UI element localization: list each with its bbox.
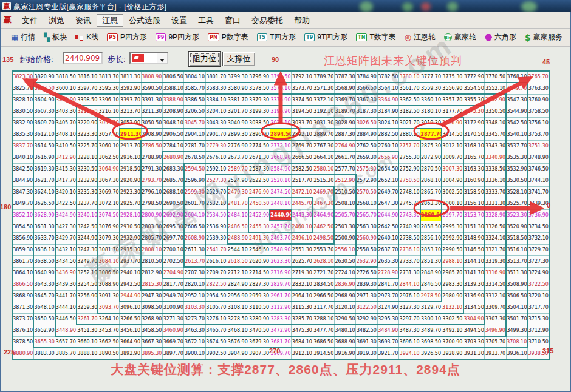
matrix-cell: 2829.70 xyxy=(270,279,291,290)
key-levels-caption: 大盘关键位测算：支撑2877、2860点、压力2911、2894点 xyxy=(0,361,571,378)
matrix-cell: 3650.50 xyxy=(33,313,55,325)
matrix-cell: 3496.90 xyxy=(485,325,506,336)
ps-badge-icon: PS xyxy=(107,33,118,41)
matrix-cell: 2716.90 xyxy=(270,267,291,279)
matrix-cell: 3376.90 xyxy=(270,94,291,106)
titlebar: 赢 赢家江恩专业版[赢家服务平台] - [价格正方形] xyxy=(0,0,571,12)
matrix-cell: 3021.70 xyxy=(398,117,420,129)
toolbar-button-sectors[interactable]: ▚板块 xyxy=(39,30,71,45)
matrix-cell: 3264.10 xyxy=(98,313,119,325)
matrix-cell: 2776.90 xyxy=(227,140,248,152)
matrix-cell: 3446.50 xyxy=(55,313,77,325)
toolbar-button-t-square[interactable]: TST四方形 xyxy=(253,30,301,45)
matrix-cell: 3048.10 xyxy=(163,117,184,129)
matrix-cell: 3592.90 xyxy=(120,83,141,94)
matrix-cell: 3067.30 xyxy=(98,175,119,186)
matrix-cell: 2757.70 xyxy=(398,140,420,152)
matrix-cell: 2767.30 xyxy=(313,140,334,152)
matrix-cell: 3038.50 xyxy=(248,117,270,129)
toolbar-button-t-number-table[interactable]: TNT数字表 xyxy=(352,30,400,45)
matrix-cell: 3619.30 xyxy=(33,163,55,175)
matrix-cell: 2791.30 xyxy=(141,163,162,175)
matrix-cell: 3880.90 xyxy=(12,348,33,359)
matrix-cell: 3640.90 xyxy=(33,267,55,279)
matrix-cell: 2872.90 xyxy=(420,152,442,163)
matrix-cell: 3712.90 xyxy=(528,325,549,336)
menu-item-8[interactable]: 窗口 xyxy=(219,14,246,27)
matrix-cell: 2563.30 xyxy=(356,221,377,232)
toolbar-button-winner-wheel[interactable]: Big赢家轮 xyxy=(440,30,480,45)
menu-item-7[interactable]: 工具 xyxy=(193,14,219,27)
toolbar-button-kline[interactable]: K线 xyxy=(71,30,103,45)
matrix-cell: 2930.50 xyxy=(120,221,141,232)
resistance-button[interactable]: 阻力位 xyxy=(188,52,221,66)
matrix-cell: 3885.70 xyxy=(55,348,77,359)
matrix-cell: 3816.10 xyxy=(77,71,98,83)
matrix-cell: 3033.70 xyxy=(292,117,313,129)
toolbar-button-p-square[interactable]: PSP四方形 xyxy=(103,30,151,45)
titlebar-decoration xyxy=(402,2,413,12)
menu-item-1[interactable]: 文件 xyxy=(16,14,43,27)
matrix-cell: 3040.90 xyxy=(227,117,248,129)
matrix-cell: 2724.10 xyxy=(334,267,355,279)
support-button[interactable]: 支撑位 xyxy=(222,52,255,66)
toolbar-label: T四方形 xyxy=(270,32,296,42)
matrix-cell: 3542.50 xyxy=(506,117,527,129)
matrix-cell: 3672.10 xyxy=(184,336,205,348)
matrix-cell: 3907.30 xyxy=(248,348,270,359)
matrix-cell: 3559.30 xyxy=(420,83,442,94)
matrix-cell: 2997.70 xyxy=(442,209,463,221)
matrix-cell: 3211.30 xyxy=(141,106,162,117)
menu-item-9[interactable]: 交易委托 xyxy=(246,14,289,27)
matrix-cell: 2779.30 xyxy=(205,140,227,152)
gann-square-table: 3823.303820.903818.503816.103813.703811.… xyxy=(12,70,550,360)
combo-dropdown-button[interactable] xyxy=(157,53,167,63)
matrix-cell: 3225.70 xyxy=(77,140,98,152)
matrix-cell: 3732.10 xyxy=(528,232,549,244)
toolbar-button-9p-square[interactable]: P99P四方形 xyxy=(151,30,203,45)
toolbar-button-9t-square[interactable]: T99T四方形 xyxy=(300,30,352,45)
matrix-cell: 3259.30 xyxy=(77,302,98,313)
matrix-cell: 2983.30 xyxy=(442,279,463,290)
matrix-cell: 2942.50 xyxy=(120,279,141,290)
toolbar: ▦行情▚板块K线PSP四方形P99P四方形PNP数字表TST四方形T99T四方形… xyxy=(0,29,571,47)
menu-item-10[interactable]: 帮助 xyxy=(289,14,315,27)
menu-item-5[interactable]: 公式选股 xyxy=(123,14,166,27)
matrix-cell: 2822.50 xyxy=(205,279,227,290)
matrix-cell: 3091.30 xyxy=(98,290,119,302)
matrix-cell: 2604.10 xyxy=(184,209,205,221)
matrix-cell: 3417.70 xyxy=(55,175,77,186)
matrix-cell: 3321.70 xyxy=(485,244,506,255)
matrix-cell: 3686.50 xyxy=(313,336,334,348)
matrix-cell: 2608.90 xyxy=(184,232,205,244)
matrix-cell: 3844.90 xyxy=(12,175,33,186)
toolbar-button-p-number-table[interactable]: PNP数字表 xyxy=(203,30,253,45)
matrix-cell: 2949.70 xyxy=(163,290,184,302)
matrix-cell: 3604.90 xyxy=(33,94,55,106)
menu-item-4[interactable]: 江恩 xyxy=(97,14,123,27)
toolbar-button-hexagon[interactable]: 六角形 xyxy=(480,30,521,45)
matrix-cell: 3278.50 xyxy=(227,313,248,325)
toolbar-label: K线 xyxy=(86,32,98,42)
matrix-cell: 3244.90 xyxy=(77,232,98,244)
matrix-cell: 3763.30 xyxy=(528,83,549,94)
window-frame xyxy=(0,12,1,392)
matrix-cell: 2652.10 xyxy=(377,175,398,186)
toolbar-button-quotes[interactable]: ▦行情 xyxy=(7,30,39,45)
start-price-input[interactable] xyxy=(63,52,103,64)
menu-item-3[interactable]: 资讯 xyxy=(70,14,97,27)
matrix-cell: 2599.30 xyxy=(184,186,205,198)
toolbar-button-winner-service[interactable]: $赢家服务 xyxy=(521,30,567,45)
matrix-cell: 2512.90 xyxy=(334,175,355,186)
matrix-cell: 3571.30 xyxy=(313,83,334,94)
menu-item-2[interactable]: 浏览 xyxy=(43,14,70,27)
matrix-cell: 3031.30 xyxy=(313,117,334,129)
matrix-cell: 3307.30 xyxy=(485,313,506,325)
step-combobox[interactable] xyxy=(129,52,168,64)
menu-item-6[interactable]: 设置 xyxy=(166,14,193,27)
matrix-cell: 3727.30 xyxy=(528,255,549,267)
matrix-cell: 2913.70 xyxy=(120,140,141,152)
matrix-cell: 3741.70 xyxy=(528,186,549,198)
toolbar-button-gann-wheel[interactable]: ◎江恩轮 xyxy=(400,30,440,45)
matrix-cell: 3684.10 xyxy=(292,336,313,348)
